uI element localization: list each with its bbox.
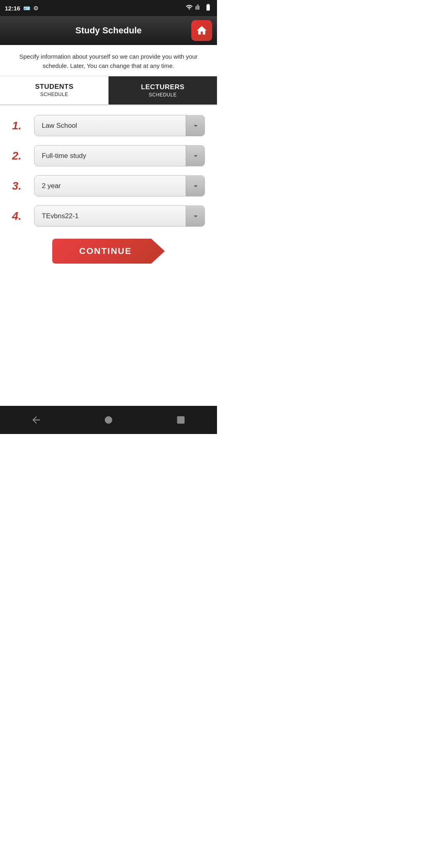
year-select[interactable]: 1 year 2 year 3 year 4 year 5 year [34,175,205,197]
recent-apps-button[interactable] [167,410,194,430]
form-row-1: 1. Law School Medical School Engineering… [12,115,205,136]
back-button[interactable] [23,410,50,430]
school-dropdown-wrapper: Law School Medical School Engineering Sc… [34,115,205,136]
signal-icon [195,4,202,12]
home-nav-button[interactable] [95,410,122,430]
form-row-3: 3. 1 year 2 year 3 year 4 year 5 year [12,175,205,197]
main-content: 1. Law School Medical School Engineering… [0,105,217,406]
bottom-nav [0,406,217,434]
step-1-number: 1. [12,119,34,132]
tab-lecturers-sub: SCHEDULE [149,92,176,98]
continue-button[interactable]: CONTINUE [52,239,165,264]
tab-lecturers-main: LECTURERS [141,83,184,91]
square-icon [175,414,186,426]
tab-students-sub: SCHEDULE [40,92,68,97]
school-select[interactable]: Law School Medical School Engineering Sc… [34,115,205,136]
svg-rect-1 [177,416,185,424]
continue-wrapper: CONTINUE [12,239,205,264]
battery-icon [204,3,212,13]
step-4-number: 4. [12,210,34,223]
year-dropdown-wrapper: 1 year 2 year 3 year 4 year 5 year [34,175,205,197]
step-2-number: 2. [12,149,34,162]
tab-bar: STUDENTS SCHEDULE LECTURERS SCHEDULE [0,76,217,105]
study-type-select[interactable]: Full-time study Part-time study [34,145,205,166]
sim-icon: 🪪 [23,5,30,11]
at-icon: ⊙ [33,5,38,11]
circle-icon [103,414,114,426]
form-row-2: 2. Full-time study Part-time study [12,145,205,166]
svg-point-0 [105,416,113,424]
tab-lecturers[interactable]: LECTURERS SCHEDULE [108,76,217,104]
header: Study Schedule [0,16,217,45]
status-bar: 12:16 🪪 ⊙ [0,0,217,16]
study-type-dropdown-wrapper: Full-time study Part-time study [34,145,205,166]
time-display: 12:16 [5,5,20,12]
status-right [186,3,212,13]
wifi-icon [186,4,193,12]
back-icon [31,414,42,426]
home-button[interactable] [191,20,212,41]
home-icon [196,25,208,37]
tab-students[interactable]: STUDENTS SCHEDULE [0,76,108,104]
form-row-4: 4. TEvbns22-1 TEvbns22-2 TEvbns22-3 [12,205,205,227]
subtitle: Specify information about yourself so we… [0,45,217,76]
group-select[interactable]: TEvbns22-1 TEvbns22-2 TEvbns22-3 [34,205,205,227]
page-title: Study Schedule [26,25,191,36]
tab-students-main: STUDENTS [35,83,74,91]
step-3-number: 3. [12,180,34,192]
status-left: 12:16 🪪 ⊙ [5,5,38,12]
group-dropdown-wrapper: TEvbns22-1 TEvbns22-2 TEvbns22-3 [34,205,205,227]
